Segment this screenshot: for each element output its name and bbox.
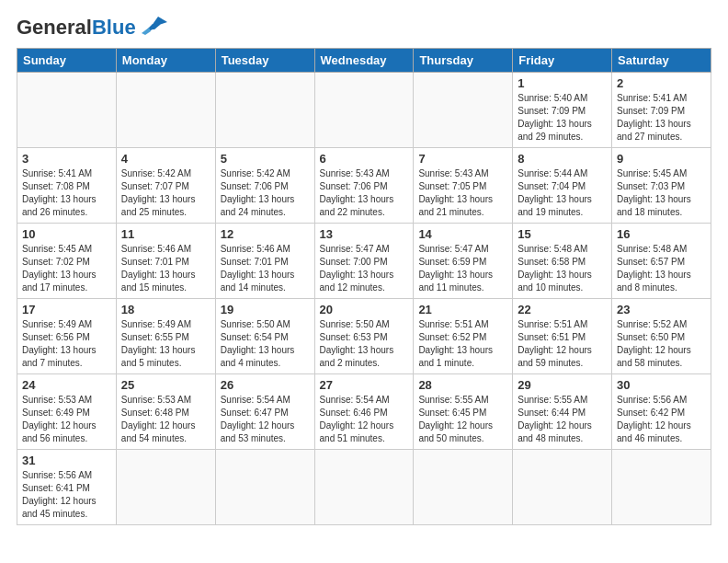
logo: GeneralBlue xyxy=(17,17,173,39)
calendar-cell: 28Sunrise: 5:55 AM Sunset: 6:45 PM Dayli… xyxy=(414,374,513,450)
day-number: 2 xyxy=(617,76,706,90)
day-info: Sunrise: 5:43 AM Sunset: 7:06 PM Dayligh… xyxy=(320,167,409,219)
calendar-cell: 21Sunrise: 5:51 AM Sunset: 6:52 PM Dayli… xyxy=(414,299,513,374)
calendar-cell: 24Sunrise: 5:53 AM Sunset: 6:49 PM Dayli… xyxy=(17,374,117,450)
calendar-cell xyxy=(414,73,513,148)
calendar-cell: 19Sunrise: 5:50 AM Sunset: 6:54 PM Dayli… xyxy=(215,299,314,374)
calendar-cell xyxy=(314,73,414,148)
day-info: Sunrise: 5:49 AM Sunset: 6:56 PM Dayligh… xyxy=(22,318,111,370)
calendar-cell: 23Sunrise: 5:52 AM Sunset: 6:50 PM Dayli… xyxy=(612,299,711,374)
calendar-cell: 1Sunrise: 5:40 AM Sunset: 7:09 PM Daylig… xyxy=(513,73,612,148)
day-info: Sunrise: 5:53 AM Sunset: 6:49 PM Dayligh… xyxy=(22,394,111,445)
day-info: Sunrise: 5:49 AM Sunset: 6:55 PM Dayligh… xyxy=(121,318,210,370)
calendar-week-5: 24Sunrise: 5:53 AM Sunset: 6:49 PM Dayli… xyxy=(17,374,711,450)
day-info: Sunrise: 5:45 AM Sunset: 7:02 PM Dayligh… xyxy=(22,243,111,294)
day-number: 4 xyxy=(121,152,210,166)
logo-text: GeneralBlue xyxy=(17,17,136,38)
day-info: Sunrise: 5:55 AM Sunset: 6:45 PM Dayligh… xyxy=(418,394,507,445)
day-number: 10 xyxy=(22,227,111,241)
day-info: Sunrise: 5:41 AM Sunset: 7:08 PM Dayligh… xyxy=(22,167,111,219)
day-info: Sunrise: 5:51 AM Sunset: 6:52 PM Dayligh… xyxy=(418,318,507,370)
weekday-header-monday: Monday xyxy=(116,49,215,73)
calendar-cell: 5Sunrise: 5:42 AM Sunset: 7:06 PM Daylig… xyxy=(215,148,314,224)
day-info: Sunrise: 5:44 AM Sunset: 7:04 PM Dayligh… xyxy=(518,167,607,219)
day-number: 12 xyxy=(221,227,310,241)
day-number: 3 xyxy=(22,152,111,166)
day-number: 25 xyxy=(121,378,210,392)
day-info: Sunrise: 5:47 AM Sunset: 7:00 PM Dayligh… xyxy=(320,243,409,294)
weekday-header-sunday: Sunday xyxy=(17,49,117,73)
calendar-cell: 10Sunrise: 5:45 AM Sunset: 7:02 PM Dayli… xyxy=(17,224,117,299)
calendar-cell: 29Sunrise: 5:55 AM Sunset: 6:44 PM Dayli… xyxy=(513,374,612,450)
day-number: 21 xyxy=(418,303,507,316)
calendar-cell xyxy=(314,450,414,525)
calendar-cell: 11Sunrise: 5:46 AM Sunset: 7:01 PM Dayli… xyxy=(116,224,215,299)
day-number: 24 xyxy=(22,378,111,392)
calendar-cell xyxy=(116,450,215,525)
weekday-header-saturday: Saturday xyxy=(612,49,711,73)
day-info: Sunrise: 5:55 AM Sunset: 6:44 PM Dayligh… xyxy=(518,394,607,445)
day-number: 30 xyxy=(617,378,706,392)
day-info: Sunrise: 5:42 AM Sunset: 7:07 PM Dayligh… xyxy=(121,167,210,219)
day-number: 7 xyxy=(418,152,507,166)
day-info: Sunrise: 5:52 AM Sunset: 6:50 PM Dayligh… xyxy=(617,318,706,370)
calendar-cell: 12Sunrise: 5:46 AM Sunset: 7:01 PM Dayli… xyxy=(215,224,314,299)
day-info: Sunrise: 5:50 AM Sunset: 6:54 PM Dayligh… xyxy=(221,318,310,370)
day-number: 5 xyxy=(221,152,310,166)
day-info: Sunrise: 5:40 AM Sunset: 7:09 PM Dayligh… xyxy=(518,92,607,144)
calendar-table: SundayMondayTuesdayWednesdayThursdayFrid… xyxy=(17,48,711,525)
day-number: 8 xyxy=(518,152,607,166)
calendar-cell: 3Sunrise: 5:41 AM Sunset: 7:08 PM Daylig… xyxy=(17,148,117,224)
calendar-cell: 2Sunrise: 5:41 AM Sunset: 7:09 PM Daylig… xyxy=(612,73,711,148)
calendar-week-2: 3Sunrise: 5:41 AM Sunset: 7:08 PM Daylig… xyxy=(17,148,711,224)
calendar-cell: 15Sunrise: 5:48 AM Sunset: 6:58 PM Dayli… xyxy=(513,224,612,299)
day-number: 28 xyxy=(418,378,507,392)
day-info: Sunrise: 5:51 AM Sunset: 6:51 PM Dayligh… xyxy=(518,318,607,370)
day-info: Sunrise: 5:54 AM Sunset: 6:46 PM Dayligh… xyxy=(320,394,409,445)
calendar-cell: 9Sunrise: 5:45 AM Sunset: 7:03 PM Daylig… xyxy=(612,148,711,224)
day-number: 9 xyxy=(617,152,706,166)
calendar-cell xyxy=(414,450,513,525)
calendar-cell: 4Sunrise: 5:42 AM Sunset: 7:07 PM Daylig… xyxy=(116,148,215,224)
calendar-cell: 27Sunrise: 5:54 AM Sunset: 6:46 PM Dayli… xyxy=(314,374,414,450)
day-number: 22 xyxy=(518,303,607,316)
day-number: 16 xyxy=(617,227,706,241)
calendar-cell: 14Sunrise: 5:47 AM Sunset: 6:59 PM Dayli… xyxy=(414,224,513,299)
calendar-cell xyxy=(215,450,314,525)
calendar-cell: 25Sunrise: 5:53 AM Sunset: 6:48 PM Dayli… xyxy=(116,374,215,450)
calendar-cell: 16Sunrise: 5:48 AM Sunset: 6:57 PM Dayli… xyxy=(612,224,711,299)
calendar-week-3: 10Sunrise: 5:45 AM Sunset: 7:02 PM Dayli… xyxy=(17,224,711,299)
day-info: Sunrise: 5:50 AM Sunset: 6:53 PM Dayligh… xyxy=(320,318,409,370)
calendar-cell xyxy=(513,450,612,525)
day-info: Sunrise: 5:48 AM Sunset: 6:57 PM Dayligh… xyxy=(617,243,706,294)
calendar-cell: 7Sunrise: 5:43 AM Sunset: 7:05 PM Daylig… xyxy=(414,148,513,224)
calendar-cell xyxy=(17,73,117,148)
logo-bird-icon xyxy=(140,13,173,39)
calendar-cell: 31Sunrise: 5:56 AM Sunset: 6:41 PM Dayli… xyxy=(17,450,117,525)
day-info: Sunrise: 5:47 AM Sunset: 6:59 PM Dayligh… xyxy=(418,243,507,294)
day-number: 13 xyxy=(320,227,409,241)
day-number: 26 xyxy=(221,378,310,392)
day-info: Sunrise: 5:46 AM Sunset: 7:01 PM Dayligh… xyxy=(221,243,310,294)
day-info: Sunrise: 5:43 AM Sunset: 7:05 PM Dayligh… xyxy=(418,167,507,219)
page-header: GeneralBlue xyxy=(17,17,711,39)
calendar-cell: 13Sunrise: 5:47 AM Sunset: 7:00 PM Dayli… xyxy=(314,224,414,299)
day-number: 23 xyxy=(617,303,706,316)
day-number: 17 xyxy=(22,303,111,316)
calendar-cell: 17Sunrise: 5:49 AM Sunset: 6:56 PM Dayli… xyxy=(17,299,117,374)
calendar-cell: 20Sunrise: 5:50 AM Sunset: 6:53 PM Dayli… xyxy=(314,299,414,374)
day-number: 15 xyxy=(518,227,607,241)
calendar-week-4: 17Sunrise: 5:49 AM Sunset: 6:56 PM Dayli… xyxy=(17,299,711,374)
calendar-cell: 26Sunrise: 5:54 AM Sunset: 6:47 PM Dayli… xyxy=(215,374,314,450)
weekday-header-wednesday: Wednesday xyxy=(314,49,414,73)
day-number: 19 xyxy=(221,303,310,316)
calendar-cell: 30Sunrise: 5:56 AM Sunset: 6:42 PM Dayli… xyxy=(612,374,711,450)
calendar-cell: 6Sunrise: 5:43 AM Sunset: 7:06 PM Daylig… xyxy=(314,148,414,224)
day-number: 18 xyxy=(121,303,210,316)
day-info: Sunrise: 5:56 AM Sunset: 6:41 PM Dayligh… xyxy=(22,469,111,521)
calendar-cell xyxy=(215,73,314,148)
calendar-cell xyxy=(612,450,711,525)
day-info: Sunrise: 5:42 AM Sunset: 7:06 PM Dayligh… xyxy=(221,167,310,219)
weekday-header-friday: Friday xyxy=(513,49,612,73)
day-number: 27 xyxy=(320,378,409,392)
